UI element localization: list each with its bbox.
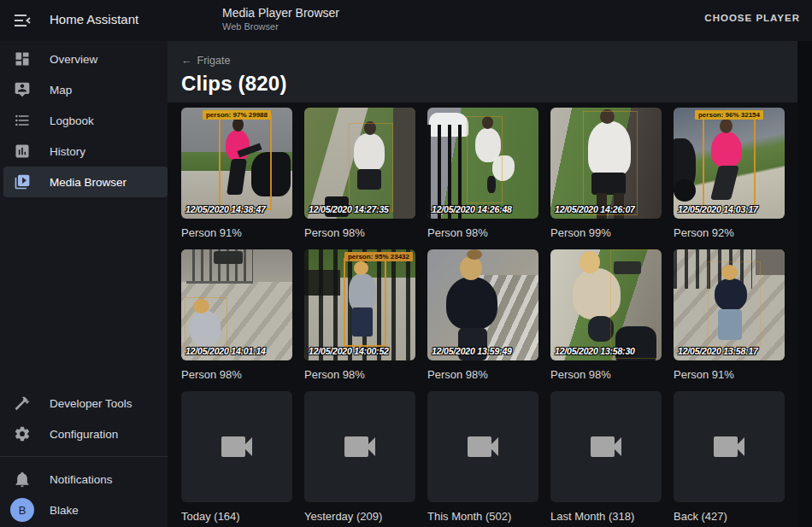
clip-timestamp: 12/05/2020 14:03:17 [678, 204, 758, 214]
detection-bbox [219, 114, 272, 210]
folder-thumbnail [181, 391, 292, 502]
clip-caption: Person 92% [674, 226, 785, 239]
format-list-bulleted-icon [14, 112, 31, 129]
detection-label: person: 96% 32154 [695, 110, 763, 120]
video-camera-icon [462, 426, 503, 467]
sidebar-item-label: Developer Tools [50, 397, 132, 410]
clip-thumbnail: 12/05/2020 14:26:48 [427, 108, 538, 219]
clip-timestamp: 12/05/2020 14:27:35 [309, 204, 389, 214]
clip-item[interactable]: 12/05/2020 13:59:49 Person 98% [427, 249, 538, 381]
thumbnail-art-layer [460, 256, 482, 280]
clip-item[interactable]: 12/05/2020 14:26:48 Person 98% [427, 108, 538, 239]
sidebar: Overview Map Logbook History Media Brows… [0, 41, 168, 527]
clip-timestamp: 12/05/2020 14:26:48 [432, 204, 512, 214]
sidebar-item-logbook[interactable]: Logbook [0, 105, 168, 136]
play-box-multiple-icon [14, 173, 31, 190]
folder-label: Today (164) [181, 510, 292, 523]
folder-item-back[interactable]: Back (427) [674, 391, 785, 523]
folder-thumbnail [674, 391, 785, 502]
clip-thumbnail: 12/05/2020 14:01:14 [181, 249, 292, 360]
clip-item[interactable]: 12/05/2020 13:58:17 Person 91% [674, 249, 785, 381]
main-content: ←Frigate Clips (820) person: 97% 29988 1… [168, 41, 797, 527]
avatar: B [10, 498, 34, 522]
clip-timestamp: 12/05/2020 14:00:52 [309, 346, 389, 356]
detection-bbox [708, 261, 761, 347]
tooltip-account-icon [14, 81, 31, 98]
detection-bbox [349, 123, 393, 212]
sidebar-item-notifications[interactable]: Notifications [0, 464, 168, 495]
sidebar-toggle-icon[interactable] [12, 10, 32, 31]
sidebar-item-media-browser[interactable]: Media Browser [3, 167, 168, 197]
breadcrumb[interactable]: ←Frigate [181, 55, 230, 67]
video-camera-icon [339, 426, 380, 467]
page-subtitle: Web Browser [222, 21, 339, 32]
folder-thumbnail [304, 391, 415, 502]
page-title: Media Player Browser [222, 6, 339, 20]
folder-label: Last Month (318) [550, 510, 662, 523]
detection-bbox [583, 111, 638, 215]
clip-item[interactable]: 12/05/2020 14:26:07 Person 99% [550, 108, 662, 239]
clip-caption: Person 98% [181, 368, 292, 381]
sidebar-divider [0, 456, 168, 457]
app-title: Home Assistant [50, 12, 138, 26]
clip-caption: Person 98% [304, 368, 415, 381]
folder-label: Back (427) [674, 510, 785, 523]
clip-caption: Person 91% [181, 226, 292, 239]
sidebar-item-history[interactable]: History [0, 136, 168, 167]
detection-label: person: 97% 29988 [203, 110, 271, 120]
video-camera-icon [709, 426, 750, 467]
clip-timestamp: 12/05/2020 13:58:17 [678, 346, 758, 356]
sidebar-item-label: Map [50, 84, 72, 97]
thumbnail-art-layer [393, 108, 415, 219]
detection-bbox [703, 118, 756, 208]
folder-label: Yesterday (209) [304, 510, 415, 523]
clip-item[interactable]: 12/05/2020 14:01:14 Person 98% [181, 249, 292, 381]
choose-player-button[interactable]: CHOOSE PLAYER [704, 13, 800, 23]
clip-thumbnail: person: 95% 23432 12/05/2020 14:00:52 [304, 249, 415, 360]
video-camera-icon [216, 426, 257, 467]
thumbnail-art-layer [214, 251, 243, 264]
detection-bbox [610, 249, 658, 359]
clip-thumbnail: 12/05/2020 14:27:35 [304, 108, 415, 219]
clip-item[interactable]: 12/05/2020 14:27:35 Person 98% [304, 108, 415, 239]
sidebar-item-configuration[interactable]: Configuration [0, 419, 168, 449]
clip-item[interactable]: person: 96% 32154 12/05/2020 14:03:17 Pe… [674, 108, 785, 239]
page-section-title: Clips (820) [181, 72, 797, 96]
clip-thumbnail: person: 96% 32154 12/05/2020 14:03:17 [674, 108, 785, 219]
folder-item-last-month[interactable]: Last Month (318) [550, 391, 662, 523]
clip-thumbnail: person: 97% 29988 12/05/2020 14:38:47 [181, 108, 292, 219]
thumbnail-art-layer [446, 277, 497, 330]
clip-item[interactable]: person: 97% 29988 12/05/2020 14:38:47 Pe… [181, 108, 292, 239]
top-app-bar: Home Assistant Media Player Browser Web … [0, 0, 812, 41]
clip-caption: Person 98% [427, 226, 538, 239]
sidebar-item-label: Media Browser [50, 176, 127, 189]
sidebar-user-profile[interactable]: B Blake [0, 495, 168, 525]
detection-bbox [467, 116, 503, 203]
breadcrumb-label: Frigate [197, 55, 231, 67]
video-camera-icon [585, 426, 627, 467]
clip-timestamp: 12/05/2020 14:26:07 [555, 204, 635, 214]
thumbnail-art-layer [674, 179, 696, 202]
sidebar-item-label: Overview [50, 53, 97, 66]
clip-caption: Person 98% [304, 226, 415, 239]
folder-item-this-month[interactable]: This Month (502) [427, 391, 538, 523]
clip-thumbnail: 12/05/2020 13:58:17 [674, 249, 785, 360]
clip-item[interactable]: person: 95% 23432 12/05/2020 14:00:52 Pe… [304, 249, 415, 381]
media-browser-header: ←Frigate Clips (820) [168, 41, 797, 102]
clip-caption: Person 91% [674, 368, 785, 381]
clip-timestamp: 12/05/2020 13:58:30 [555, 346, 635, 356]
sidebar-item-developer-tools[interactable]: Developer Tools [0, 388, 168, 419]
view-dashboard-icon [14, 50, 31, 67]
detection-bbox [344, 258, 386, 347]
folder-item-today[interactable]: Today (164) [181, 391, 292, 523]
scrollbar-track[interactable] [797, 41, 812, 527]
sidebar-item-map[interactable]: Map [0, 74, 168, 105]
clip-caption: Person 98% [427, 368, 538, 381]
thumbnail-art-layer [580, 251, 600, 273]
clip-caption: Person 99% [550, 226, 662, 239]
clip-item[interactable]: 12/05/2020 13:58:30 Person 98% [550, 249, 662, 381]
clip-timestamp: 12/05/2020 14:01:14 [185, 346, 266, 356]
clip-timestamp: 12/05/2020 14:38:47 [185, 204, 266, 214]
sidebar-item-overview[interactable]: Overview [0, 44, 168, 74]
folder-item-yesterday[interactable]: Yesterday (209) [304, 391, 415, 523]
